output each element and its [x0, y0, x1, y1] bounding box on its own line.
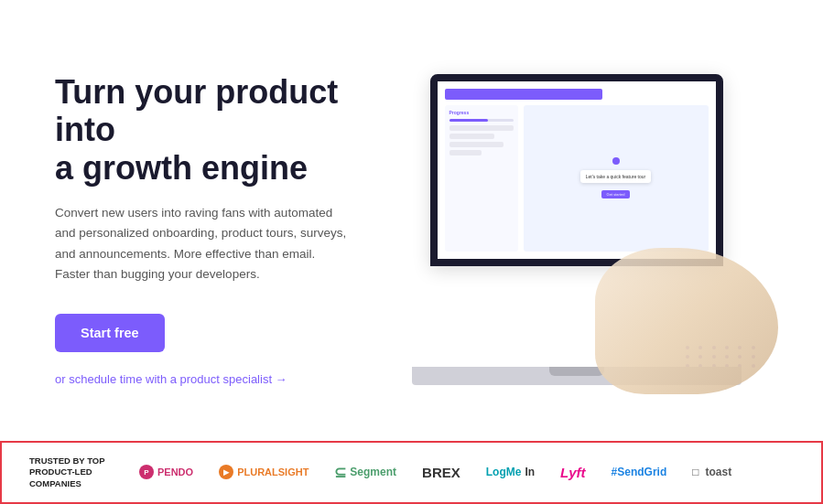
page-container: Turn your product into a growth engine C…	[0, 0, 823, 504]
hero-section: Turn your product into a growth engine C…	[0, 0, 823, 441]
screen-pin-icon	[612, 157, 620, 165]
screen-progress-bar	[449, 119, 514, 122]
screen-progress-label: Progress	[449, 110, 514, 115]
logo-brex: BREX	[422, 465, 460, 480]
hero-description: Convert new users into raving fans with …	[55, 203, 348, 284]
pluralsight-label: PLURALSIGHT	[237, 466, 309, 477]
trusted-label: TRUSTED BY TOP PRODUCT-LED COMPANIES	[29, 456, 112, 489]
hand-image	[595, 248, 778, 394]
trusted-bar: TRUSTED BY TOP PRODUCT-LED COMPANIES P P…	[0, 441, 823, 504]
laptop-notch	[549, 367, 604, 376]
screen-tooltip: Let's take a quick feature tour	[580, 170, 651, 183]
laptop-mockup: Progress Let's t	[412, 74, 760, 385]
segment-icon: ⊆	[334, 464, 346, 481]
hero-title: Turn your product into a growth engine	[55, 73, 403, 187]
screen-header-bar	[445, 89, 603, 100]
screen-list-item	[449, 150, 482, 155]
screen-right-panel: Let's take a quick feature tour Get star…	[524, 105, 709, 252]
pendo-icon: P	[139, 465, 154, 479]
logo-pendo: P PENDO	[139, 465, 193, 479]
lyft-label: Lyft	[560, 465, 586, 480]
start-free-button[interactable]: Start free	[55, 314, 165, 352]
logo-segment: ⊆ Segment	[334, 464, 396, 481]
left-content: Turn your product into a growth engine C…	[55, 73, 403, 386]
screen-progress-fill	[449, 119, 488, 122]
pluralsight-icon: ▶	[219, 465, 233, 479]
screen-list-item	[449, 134, 494, 139]
logmein-label: LogMe	[486, 466, 522, 478]
screen-body: Progress Let's t	[445, 105, 709, 252]
toast-label: toast	[706, 466, 732, 478]
logo-logmein: LogMeIn	[486, 466, 535, 478]
screen-list-item	[449, 142, 504, 147]
logo-lyft: Lyft	[560, 465, 586, 480]
logo-sendgrid: #SendGrid	[612, 466, 667, 478]
screen-left-panel: Progress	[445, 105, 518, 252]
pendo-label: PENDO	[157, 466, 193, 477]
schedule-link[interactable]: or schedule time with a product speciali…	[55, 372, 403, 386]
hero-image: Progress Let's t	[403, 37, 768, 423]
logos-row: P PENDO ▶ PLURALSIGHT ⊆ Segment BREX Log…	[139, 464, 794, 481]
screen-cta-btn: Get started	[601, 190, 631, 198]
toast-icon: □	[692, 466, 698, 478]
brex-label: BREX	[422, 465, 460, 480]
sendgrid-label: #SendGrid	[612, 466, 667, 478]
logo-toast: □ toast	[692, 466, 731, 478]
laptop-screen: Progress Let's t	[430, 74, 723, 266]
screen-list-item	[449, 125, 514, 131]
logo-pluralsight: ▶ PLURALSIGHT	[219, 465, 309, 479]
screen-content: Progress Let's t	[438, 81, 716, 259]
segment-label: Segment	[350, 466, 396, 478]
